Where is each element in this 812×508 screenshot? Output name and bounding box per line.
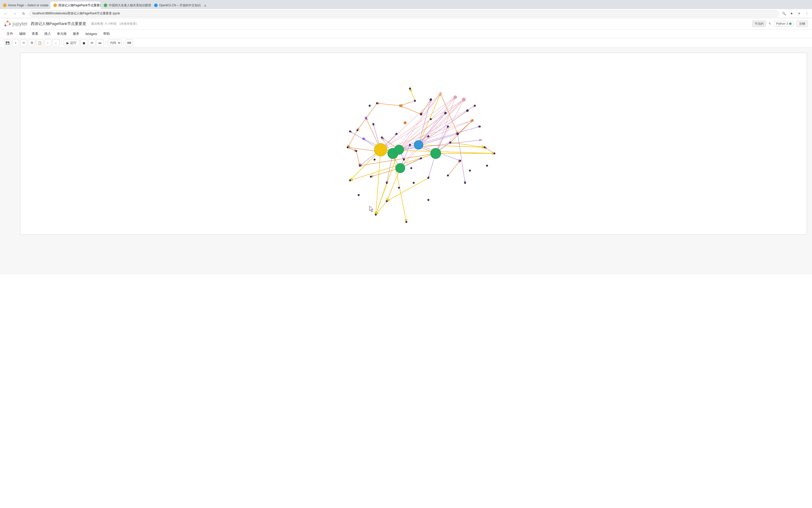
back-button[interactable]: ← xyxy=(2,10,9,17)
tab-label-openkg: OpenKG.CN – 开放的中文知识… xyxy=(159,3,201,7)
svg-point-113 xyxy=(381,136,383,138)
menu-item-cell[interactable]: 单元格 xyxy=(54,31,69,37)
notebook-title[interactable]: 西游记人物PageRank节点重要度 xyxy=(31,22,86,26)
svg-point-106 xyxy=(386,182,388,184)
cancel-button[interactable]: 注销 xyxy=(796,21,808,27)
svg-point-98 xyxy=(480,139,482,141)
graph-output xyxy=(20,53,807,235)
tab-bar: Home Page – Select or create … ✕ 西游记人物Pa… xyxy=(0,0,812,9)
svg-point-117 xyxy=(410,167,412,169)
svg-point-114 xyxy=(414,100,416,102)
svg-point-115 xyxy=(346,146,348,149)
svg-point-127 xyxy=(386,200,388,202)
svg-point-84 xyxy=(372,123,374,125)
tab-label-kg: 中国四大名著人物关系知识图谱… xyxy=(109,3,151,7)
toolbar-separator-1 xyxy=(61,40,62,45)
browser-actions: 🔍 ★ ☀ ⋮ xyxy=(781,10,810,17)
svg-point-83 xyxy=(365,117,367,119)
svg-point-126 xyxy=(409,88,411,90)
tab-kg[interactable]: 中国四大名著人物关系知识图谱… ✕ xyxy=(101,1,151,9)
svg-point-100 xyxy=(486,165,488,167)
svg-point-102 xyxy=(464,182,466,184)
toolbar-separator-2 xyxy=(105,40,106,45)
svg-point-85 xyxy=(399,104,401,107)
svg-point-91 xyxy=(444,112,447,114)
svg-point-96 xyxy=(462,97,466,101)
add-cell-button[interactable]: + xyxy=(12,39,19,46)
move-up-button[interactable]: ↑ xyxy=(44,39,51,46)
keyboard-button[interactable]: ⌨ xyxy=(126,39,133,46)
notebook-unsaved: (未保存改变) xyxy=(120,22,137,26)
svg-point-103 xyxy=(427,177,429,179)
jupyter-logo[interactable]: jupyter xyxy=(4,20,28,27)
paste-button[interactable]: 📋 xyxy=(36,39,43,46)
svg-point-111 xyxy=(349,130,351,132)
search-icon[interactable]: 🔍 xyxy=(781,10,787,17)
copy-button[interactable]: ⧉ xyxy=(28,39,35,46)
svg-point-97 xyxy=(474,105,476,107)
extensions-icon[interactable]: ☀ xyxy=(796,10,802,17)
menu-item-insert[interactable]: 插入 xyxy=(42,31,53,37)
edit-icon[interactable]: ✎ xyxy=(768,22,771,26)
svg-point-109 xyxy=(355,150,357,152)
menu-item-edit[interactable]: 编辑 xyxy=(17,31,28,37)
svg-point-104 xyxy=(413,182,415,184)
cut-button[interactable]: ✂ xyxy=(20,39,27,46)
svg-point-86 xyxy=(403,122,407,124)
jupyter-header: jupyter 西游记人物PageRank节点重要度 最后检查: 4 小时前 (… xyxy=(0,18,812,30)
network-graph xyxy=(328,55,499,232)
cell-sidebar xyxy=(5,53,20,235)
menu-icon[interactable]: ⋮ xyxy=(803,10,810,17)
menu-bar: 文件 编辑 查看 插入 单元格 服务 Widgets 帮助 xyxy=(0,30,812,38)
menu-item-view[interactable]: 查看 xyxy=(29,31,41,37)
svg-point-128 xyxy=(375,214,377,216)
svg-point-131 xyxy=(357,194,360,196)
svg-point-105 xyxy=(398,187,400,189)
stop-button[interactable]: ◼ xyxy=(80,39,87,46)
svg-point-93 xyxy=(430,98,432,101)
move-down-button[interactable]: ↓ xyxy=(52,39,59,46)
svg-point-125 xyxy=(403,159,405,161)
svg-point-121 xyxy=(427,135,429,137)
trusted-badge[interactable]: 可信的 xyxy=(752,21,766,27)
restart-button[interactable]: ⟳ xyxy=(88,39,95,46)
tab-home[interactable]: Home Page – Select or create … ✕ xyxy=(0,1,50,9)
svg-point-108 xyxy=(359,165,361,167)
new-tab-button[interactable]: + xyxy=(201,3,209,9)
menu-item-widgets[interactable]: Widgets xyxy=(83,31,100,37)
svg-point-139 xyxy=(431,148,441,159)
jupyter-text: jupyter xyxy=(13,21,28,27)
bookmark-icon[interactable]: ★ xyxy=(788,10,795,17)
menu-item-file[interactable]: 文件 xyxy=(4,31,16,37)
svg-point-120 xyxy=(409,144,411,146)
tab-openkg[interactable]: OpenKG.CN – 开放的中文知识… ✕ xyxy=(151,1,201,9)
browser-frame: Home Page – Select or create … ✕ 西游记人物Pa… xyxy=(0,0,812,18)
tab-label-notebook: 西游记人物PageRank节点重要度 xyxy=(58,3,101,7)
kernel-badge[interactable]: Python 3 xyxy=(774,21,794,27)
run-icon: ▶ xyxy=(66,41,69,45)
kernel-status-icon xyxy=(789,23,792,25)
notebook-container: jupyter 西游记人物PageRank节点重要度 最后检查: 4 小时前 (… xyxy=(0,18,812,508)
tab-notebook[interactable]: 西游记人物PageRank节点重要度 ✕ xyxy=(50,1,101,9)
svg-point-123 xyxy=(430,118,432,120)
cell-type-select[interactable]: 代码 xyxy=(108,40,122,46)
svg-point-99 xyxy=(483,146,485,149)
svg-point-94 xyxy=(439,92,442,95)
run-button[interactable]: ▶ 运行 xyxy=(64,40,79,46)
svg-point-134 xyxy=(469,170,471,172)
menu-item-kernel[interactable]: 服务 xyxy=(70,31,82,37)
reload-button[interactable]: ↻ xyxy=(20,10,27,17)
menu-item-help[interactable]: 帮助 xyxy=(101,31,112,37)
svg-rect-4 xyxy=(328,58,499,229)
restart-run-button[interactable]: ⏭ xyxy=(96,39,103,46)
address-input[interactable] xyxy=(29,10,779,17)
svg-point-87 xyxy=(395,133,397,135)
toolbar: 💾 + ✂ ⧉ 📋 ↑ ↓ ▶ 运行 ◼ ⟳ ⏭ 代码 ⌨ xyxy=(0,38,812,48)
forward-button[interactable]: → xyxy=(11,10,18,17)
svg-point-119 xyxy=(447,126,449,128)
svg-point-110 xyxy=(362,138,365,140)
cell-content xyxy=(20,53,807,235)
svg-point-82 xyxy=(356,129,358,131)
save-button[interactable]: 💾 xyxy=(4,39,11,46)
svg-point-116 xyxy=(373,159,375,161)
